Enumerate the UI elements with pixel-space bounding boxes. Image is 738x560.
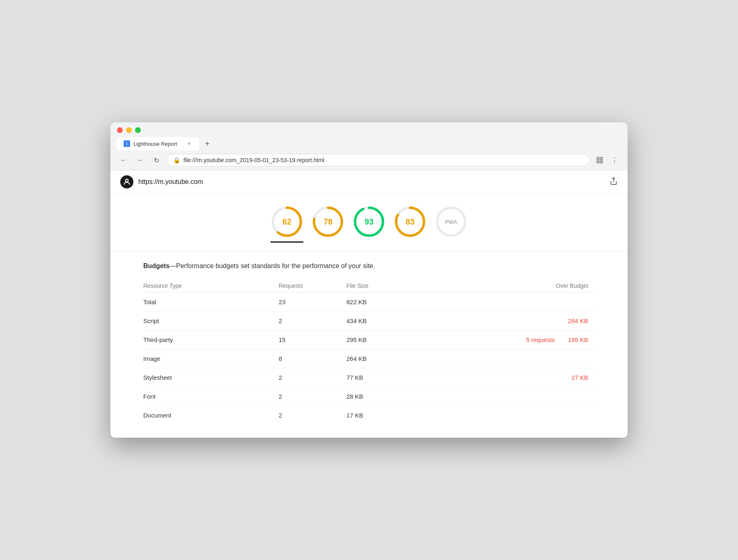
cell-requests: 23 [279, 293, 346, 312]
score-underline-performance [270, 241, 303, 243]
cell-resource-type: Font [143, 387, 279, 406]
maximize-traffic-light[interactable] [135, 127, 141, 133]
budget-table: Resource Type Requests File Size Over Bu… [143, 279, 595, 425]
budget-table-body: Total23822 KBScript2434 KB284 KBThird-pa… [143, 293, 595, 425]
score-circle-pwa: PWA [435, 205, 468, 238]
score-accessibility[interactable]: 78 [312, 205, 344, 243]
svg-rect-2 [597, 161, 599, 163]
score-circle-seo: 83 [394, 205, 426, 238]
extensions-button[interactable] [593, 154, 606, 167]
table-header-row: Resource Type Requests File Size Over Bu… [143, 279, 595, 293]
cell-requests: 8 [279, 349, 346, 368]
score-value-best-practices: 93 [364, 217, 374, 227]
cell-requests: 2 [279, 387, 346, 406]
cell-file-size: 77 KB [346, 368, 459, 387]
svg-rect-0 [597, 157, 599, 159]
tabs-row: i Lighthouse Report × + [117, 137, 621, 150]
address-bar[interactable]: 🔒 file:///m.youtube.com_2019-05-01_23-53… [166, 154, 590, 166]
score-seo[interactable]: 83 [394, 205, 426, 243]
cell-file-size: 28 KB [346, 387, 459, 406]
cell-requests: 2 [279, 406, 346, 425]
minimize-traffic-light[interactable] [126, 127, 132, 133]
url-text: file:///m.youtube.com_2019-05-01_23-53-1… [183, 157, 583, 163]
cell-file-size: 822 KB [346, 293, 459, 312]
col-file-size: File Size [346, 279, 459, 293]
budgets-header: Budgets—Performance budgets set standard… [143, 261, 595, 271]
title-bar: i Lighthouse Report × + [110, 122, 628, 150]
score-underline-pwa [435, 241, 468, 243]
score-value-performance: 62 [282, 217, 291, 227]
active-tab[interactable]: i Lighthouse Report × [117, 137, 199, 150]
scores-row: 62 78 [110, 194, 628, 243]
cell-over-budget: 27 KB [459, 368, 595, 387]
table-row: Font228 KB [143, 387, 595, 406]
cell-resource-type: Total [143, 293, 279, 312]
nav-bar: ← → ↻ 🔒 file:///m.youtube.com_2019-05-01… [110, 150, 628, 170]
back-button[interactable]: ← [117, 154, 130, 167]
score-underline-accessibility [312, 241, 344, 243]
browser-window: i Lighthouse Report × + ← → ↻ 🔒 file:///… [110, 122, 628, 438]
cell-file-size: 17 KB [346, 406, 459, 425]
cell-over-budget: 284 KB [459, 312, 595, 330]
file-size-over-budget-value: 284 KB [568, 317, 588, 324]
score-value-pwa: PWA [445, 219, 457, 225]
score-pwa[interactable]: PWA [435, 205, 468, 243]
cell-over-budget [459, 406, 595, 425]
score-value-accessibility: 78 [323, 217, 332, 227]
col-resource-type: Resource Type [143, 279, 279, 293]
cell-requests: 2 [279, 312, 346, 330]
cell-file-size: 264 KB [346, 349, 459, 368]
cell-file-size: 434 KB [346, 312, 459, 330]
reload-button[interactable]: ↻ [150, 154, 163, 167]
cell-resource-type: Third-party [143, 330, 279, 349]
cell-over-budget [459, 293, 595, 312]
cell-resource-type: Script [143, 312, 279, 330]
cell-resource-type: Document [143, 406, 279, 425]
score-underline-seo [394, 241, 426, 243]
score-circle-accessibility: 78 [312, 205, 344, 238]
table-row: Image8264 KB [143, 349, 595, 368]
score-underline-best-practices [353, 241, 385, 243]
budgets-section: Budgets—Performance budgets set standard… [110, 251, 628, 438]
svg-point-4 [126, 179, 128, 182]
tab-favicon: i [124, 140, 130, 147]
col-over-budget: Over Budget [459, 279, 595, 293]
cell-resource-type: Stylesheet [143, 368, 279, 387]
score-value-seo: 83 [406, 217, 415, 227]
cell-over-budget [459, 349, 595, 368]
tab-title: Lighthouse Report [133, 141, 183, 147]
file-size-over-budget-value: 195 KB [568, 336, 588, 343]
budgets-description: —Performance budgets set standards for t… [170, 262, 375, 269]
close-traffic-light[interactable] [117, 127, 123, 133]
traffic-lights [117, 127, 621, 133]
budgets-title: Budgets [143, 262, 170, 269]
site-avatar [120, 175, 133, 188]
share-button[interactable] [610, 177, 618, 187]
secure-icon: 🔒 [173, 157, 180, 163]
score-circle-best-practices: 93 [353, 205, 385, 238]
score-performance[interactable]: 62 [270, 205, 303, 243]
cell-requests: 15 [279, 330, 346, 349]
requests-over-budget-value: 5 requests [526, 336, 555, 343]
content-area: 62 78 [110, 194, 628, 438]
tab-close-button[interactable]: × [186, 140, 193, 147]
nav-actions: ⋮ [593, 154, 621, 167]
file-size-over-budget-value: 27 KB [571, 374, 588, 381]
cell-resource-type: Image [143, 349, 279, 368]
site-info-bar: https://m.youtube.com [110, 170, 628, 194]
site-url: https://m.youtube.com [138, 178, 203, 186]
table-row: Third-party15295 KB5 requests195 KB [143, 330, 595, 349]
col-requests: Requests [279, 279, 346, 293]
score-best-practices[interactable]: 93 [353, 205, 385, 243]
new-tab-button[interactable]: + [201, 137, 214, 150]
cell-over-budget [459, 387, 595, 406]
svg-rect-3 [600, 161, 603, 163]
table-row: Script2434 KB284 KB [143, 312, 595, 330]
cell-file-size: 295 KB [346, 330, 459, 349]
score-circle-performance: 62 [270, 205, 303, 238]
menu-button[interactable]: ⋮ [608, 154, 621, 167]
table-row: Stylesheet277 KB27 KB [143, 368, 595, 387]
cell-over-budget: 5 requests195 KB [459, 330, 595, 349]
table-row: Total23822 KB [143, 293, 595, 312]
forward-button[interactable]: → [133, 154, 147, 167]
